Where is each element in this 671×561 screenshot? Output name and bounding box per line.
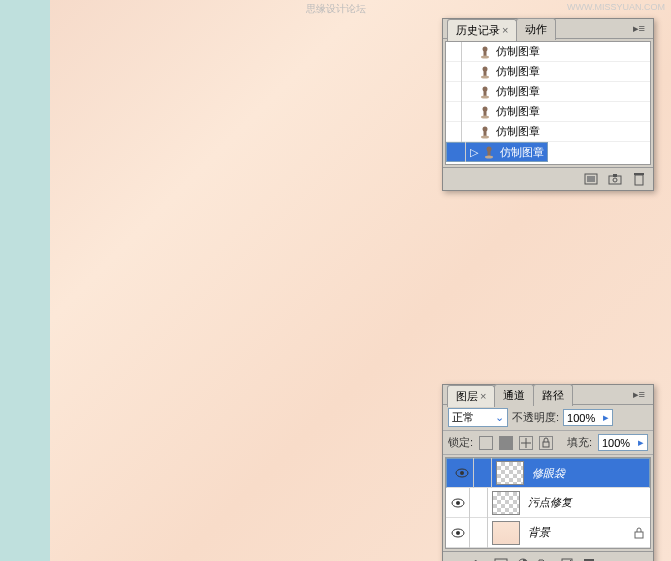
svg-point-17 (485, 156, 493, 159)
history-item[interactable]: 仿制图章 (446, 62, 650, 82)
tab-layers-label: 图层 (456, 390, 478, 402)
layer-thumbnail[interactable] (492, 491, 520, 515)
svg-rect-10 (484, 111, 487, 116)
lock-icon (634, 527, 644, 539)
chevron-right-icon: ▸ (638, 436, 644, 449)
panel-menu-icon[interactable]: ▸≡ (629, 22, 649, 35)
history-vis-toggle[interactable] (450, 142, 466, 162)
history-item-label: 仿制图章 (492, 44, 540, 59)
history-vis-toggle[interactable] (446, 102, 462, 122)
layer-name[interactable]: 修眼袋 (528, 466, 646, 481)
history-item-label: 仿制图章 (492, 124, 540, 139)
svg-point-11 (481, 115, 489, 118)
canvas-bg-left (0, 0, 50, 561)
history-item[interactable]: 仿制图章 (446, 82, 650, 102)
layer-blend-row: 正常⌄ 不透明度: 100%▸ (443, 405, 653, 431)
layers-tabs: 图层× 通道 路径 ▸≡ (443, 385, 653, 405)
clone-stamp-icon (478, 105, 492, 119)
fx-icon[interactable]: fx▾ (471, 556, 487, 561)
svg-rect-4 (484, 71, 487, 76)
layer-mask-icon[interactable] (493, 556, 509, 561)
svg-point-2 (481, 55, 489, 58)
svg-point-14 (481, 135, 489, 138)
history-vis-toggle[interactable] (446, 62, 462, 82)
history-vis-toggle[interactable] (446, 42, 462, 62)
clone-stamp-icon (482, 145, 496, 159)
new-layer-icon[interactable] (559, 556, 575, 561)
svg-rect-24 (634, 173, 644, 175)
layer-row[interactable]: 修眼袋 (446, 458, 650, 488)
history-list: 仿制图章 仿制图章 仿制图章 仿制图章 仿制图章 ▷仿制图章 (445, 41, 651, 165)
clone-stamp-icon (478, 65, 492, 79)
fill-label: 填充: (567, 435, 592, 450)
link-slot[interactable] (474, 458, 492, 488)
layers-panel: 图层× 通道 路径 ▸≡ 正常⌄ 不透明度: 100%▸ 锁定: 填充: 100… (442, 384, 654, 561)
history-item[interactable]: ▷仿制图章 (446, 142, 548, 162)
trash-icon[interactable] (631, 171, 647, 187)
layer-name[interactable]: 背景 (524, 525, 634, 540)
fill-input[interactable]: 100%▸ (598, 434, 648, 451)
tab-paths[interactable]: 路径 (533, 384, 573, 406)
tab-close-icon[interactable]: × (502, 24, 508, 36)
history-tabs: 历史记录× 动作 ▸≡ (443, 19, 653, 39)
history-item[interactable]: 仿制图章 (446, 42, 650, 62)
tab-actions-label: 动作 (525, 23, 547, 35)
svg-rect-32 (635, 532, 643, 538)
history-footer (443, 167, 653, 190)
tab-actions[interactable]: 动作 (516, 18, 556, 40)
svg-point-8 (481, 95, 489, 98)
layer-list: 修眼袋 污点修复 背景 (445, 457, 651, 549)
lock-transparency-icon[interactable] (479, 436, 493, 450)
new-snapshot-icon[interactable] (607, 171, 623, 187)
lock-label: 锁定: (448, 435, 473, 450)
svg-point-12 (483, 126, 488, 131)
lock-all-icon[interactable] (539, 436, 553, 450)
svg-point-9 (483, 106, 488, 111)
history-vis-toggle[interactable] (446, 122, 462, 142)
svg-rect-7 (484, 91, 487, 96)
opacity-input[interactable]: 100%▸ (563, 409, 613, 426)
history-item-label: 仿制图章 (492, 84, 540, 99)
link-slot[interactable] (470, 518, 488, 548)
link-slot[interactable] (470, 488, 488, 518)
adjustment-layer-icon[interactable] (515, 556, 531, 561)
history-item[interactable]: 仿制图章 (446, 122, 650, 142)
layer-thumbnail[interactable] (496, 461, 524, 485)
tab-layers[interactable]: 图层× (447, 385, 495, 407)
svg-point-27 (460, 471, 464, 475)
lock-position-icon[interactable] (519, 436, 533, 450)
tab-channels[interactable]: 通道 (494, 384, 534, 406)
visibility-toggle[interactable] (450, 458, 474, 488)
clone-stamp-icon (478, 45, 492, 59)
create-document-icon[interactable] (583, 171, 599, 187)
svg-point-29 (456, 501, 460, 505)
trash-icon[interactable] (581, 556, 597, 561)
opacity-label: 不透明度: (512, 410, 559, 425)
group-icon[interactable] (537, 556, 553, 561)
svg-rect-25 (543, 442, 549, 447)
svg-point-22 (613, 178, 617, 182)
tab-close-icon[interactable]: × (480, 390, 486, 402)
svg-point-15 (487, 147, 492, 152)
link-layers-icon[interactable]: ⇔ (449, 556, 465, 561)
lock-pixels-icon[interactable] (499, 436, 513, 450)
history-item[interactable]: 仿制图章 (446, 102, 650, 122)
layer-row[interactable]: 背景 (446, 518, 650, 548)
layer-name[interactable]: 污点修复 (524, 495, 650, 510)
blend-mode-value: 正常 (452, 410, 474, 425)
svg-point-6 (483, 86, 488, 91)
visibility-toggle[interactable] (446, 518, 470, 548)
history-vis-toggle[interactable] (446, 82, 462, 102)
svg-rect-16 (488, 151, 491, 156)
svg-point-3 (483, 66, 488, 71)
svg-rect-21 (613, 174, 617, 177)
layer-row[interactable]: 污点修复 (446, 488, 650, 518)
tab-history[interactable]: 历史记录× (447, 19, 517, 41)
layer-thumbnail[interactable] (492, 521, 520, 545)
layer-lock-row: 锁定: 填充: 100%▸ (443, 431, 653, 455)
tab-paths-label: 路径 (542, 389, 564, 401)
history-item-label: 仿制图章 (492, 64, 540, 79)
panel-menu-icon[interactable]: ▸≡ (629, 388, 649, 401)
blend-mode-select[interactable]: 正常⌄ (448, 408, 508, 427)
visibility-toggle[interactable] (446, 488, 470, 518)
